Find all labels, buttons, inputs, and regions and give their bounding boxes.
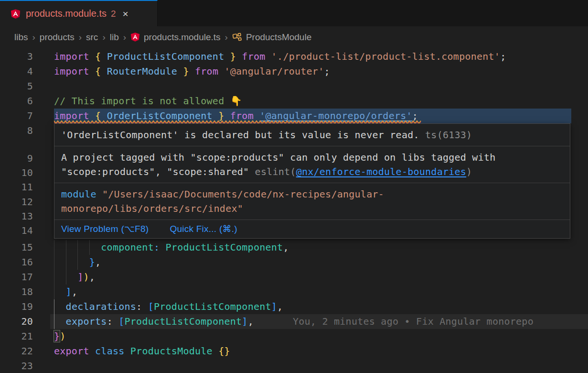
line-number-6[interactable]: 6 <box>0 94 33 109</box>
code-line-20[interactable]: exports: [ProductListComponent], <box>54 314 254 329</box>
chevron-right-icon: › <box>225 32 228 43</box>
hover-text-row: module "/Users/isaac/Documents/code/nx-r… <box>61 187 563 201</box>
code-token: declarations <box>66 301 137 312</box>
eslint-rule-link[interactable]: @nx/enforce-module-boundaries <box>296 166 466 177</box>
close-icon[interactable]: × <box>123 8 128 20</box>
code-token <box>125 345 130 357</box>
breadcrumb-label: products.module.ts <box>144 32 221 43</box>
tab-problem-count: 2 <box>111 9 116 19</box>
line-number-19[interactable]: 19 <box>0 299 33 314</box>
line-number-23[interactable]: 23 <box>0 359 33 373</box>
view-problem-button[interactable]: View Problem (⌥F8) <box>61 222 149 236</box>
line-number-15[interactable]: 15 <box>0 240 33 255</box>
code-token: { <box>95 66 101 77</box>
line-number-18[interactable]: 18 <box>0 285 33 299</box>
code-row-22: 22export class ProductsModule {} <box>0 344 588 359</box>
hover-action-bar: View Problem (⌥F8) Quick Fix... (⌘.) <box>54 220 570 238</box>
breadcrumb-item-productsmodule[interactable]: ProductsModule <box>232 32 311 43</box>
code-row-15: 15 component: ProductListComponent, <box>0 240 588 255</box>
code-token <box>213 345 218 357</box>
code-line-4[interactable]: import { RouterModule } from '@angular/r… <box>54 64 330 79</box>
code-token: , <box>283 241 289 253</box>
code-token <box>218 66 224 77</box>
code-row-19: 19 declarations: [ProductListComponent], <box>0 299 588 314</box>
code-token: class <box>95 345 124 357</box>
code-token: RouterModule <box>101 66 183 77</box>
code-token: ] <box>271 301 277 312</box>
code-token: from <box>242 51 265 62</box>
code-line-16[interactable]: }, <box>54 255 101 270</box>
code-row-16: 16 }, <box>0 255 588 270</box>
line-number-10[interactable]: 10 <box>0 165 33 180</box>
line-number-16[interactable]: 16 <box>0 255 33 270</box>
code-row-20: 20 exports: [ProductListComponent],You, … <box>0 314 588 329</box>
code-line-15[interactable]: component: ProductListComponent, <box>54 240 289 255</box>
breadcrumb-label: products <box>40 32 75 43</box>
line-number-11[interactable]: 11 <box>0 180 33 195</box>
code-line-22[interactable]: export class ProductsModule {} <box>54 344 230 359</box>
class-symbol-icon <box>232 32 242 42</box>
hover-text-row: 'OrderListComponent' is declared but its… <box>61 128 563 142</box>
line-number-17[interactable]: 17 <box>0 270 33 285</box>
code-token <box>54 301 66 312</box>
hover-token: ts(6133) <box>419 129 472 141</box>
line-number-9[interactable]: 9 <box>0 151 33 166</box>
code-token: : <box>154 241 160 253</box>
code-token: ] <box>242 316 247 327</box>
line-number-4[interactable]: 4 <box>0 64 33 79</box>
code-line-21[interactable]: }) <box>54 329 66 344</box>
code-token: } <box>54 330 60 342</box>
code-token <box>189 66 195 77</box>
hover-section-module-path: module "/Users/isaac/Documents/code/nx-r… <box>54 183 570 220</box>
line-number-21[interactable]: 21 <box>0 329 33 344</box>
code-token: 👇 <box>230 95 242 107</box>
code-token: ) <box>60 330 65 342</box>
code-token: import <box>54 66 89 77</box>
code-token: '@angular/router' <box>224 66 324 77</box>
code-token <box>54 286 66 297</box>
code-line-18[interactable]: ], <box>54 285 77 299</box>
code-line-6[interactable]: // This import is not allowed 👇 <box>54 94 242 109</box>
breadcrumb-item-libs[interactable]: libs <box>14 32 28 43</box>
line-number-20[interactable]: 20 <box>0 314 33 329</box>
line-number-14[interactable]: 14 <box>0 223 33 238</box>
line-number-3[interactable]: 3 <box>0 49 33 64</box>
hover-token: "scope:products", "scope:shared" <box>61 166 255 177</box>
hover-token: "/Users/isaac/Documents/code/nx-recipes/… <box>96 188 384 200</box>
code-token: , <box>72 286 77 297</box>
line-number-5[interactable]: 5 <box>0 79 33 94</box>
tab-products-module[interactable]: products.module.ts 2 × <box>0 0 158 26</box>
code-token: {} <box>218 345 230 357</box>
line-number-8[interactable]: 8 <box>0 123 33 138</box>
code-token <box>54 316 66 327</box>
breadcrumb-item-products[interactable]: products <box>40 32 75 43</box>
code-token: [ <box>148 301 154 312</box>
line-number-7[interactable]: 7 <box>0 109 33 123</box>
line-number-12[interactable]: 12 <box>0 195 33 209</box>
code-line-19[interactable]: declarations: [ProductListComponent], <box>54 299 283 314</box>
breadcrumb-item-lib[interactable]: lib <box>110 32 119 43</box>
quick-fix-button[interactable]: Quick Fix... (⌘.) <box>170 222 237 236</box>
hover-text-row: "scope:products", "scope:shared" eslint(… <box>61 165 563 179</box>
code-line-3[interactable]: import { ProductListComponent } from './… <box>54 49 506 64</box>
code-token: ] <box>66 286 72 297</box>
code-token <box>224 110 230 121</box>
breadcrumb-label: libs <box>14 32 28 43</box>
breadcrumb-label: ProductsModule <box>246 32 311 43</box>
code-line-17[interactable]: ]), <box>54 270 95 285</box>
code-row-18: 18 ], <box>0 285 588 299</box>
code-line-7[interactable]: import { OrderListComponent } from '@ang… <box>54 109 418 123</box>
code-token <box>89 345 95 357</box>
angular-icon <box>11 9 21 19</box>
breadcrumb-item-products-module-ts[interactable]: products.module.ts <box>130 32 221 43</box>
breadcrumb: libs›products›src›lib›products.module.ts… <box>0 26 588 48</box>
line-number-13[interactable]: 13 <box>0 209 33 224</box>
chevron-right-icon: › <box>32 32 35 43</box>
code-row-6: 6// This import is not allowed 👇 <box>0 94 588 109</box>
code-token: OrderListComponent <box>101 110 218 121</box>
code-token <box>54 256 89 268</box>
chevron-right-icon: › <box>79 32 82 43</box>
line-number-22[interactable]: 22 <box>0 344 33 359</box>
breadcrumb-item-src[interactable]: src <box>86 32 98 43</box>
tab-title: products.module.ts <box>26 8 107 19</box>
